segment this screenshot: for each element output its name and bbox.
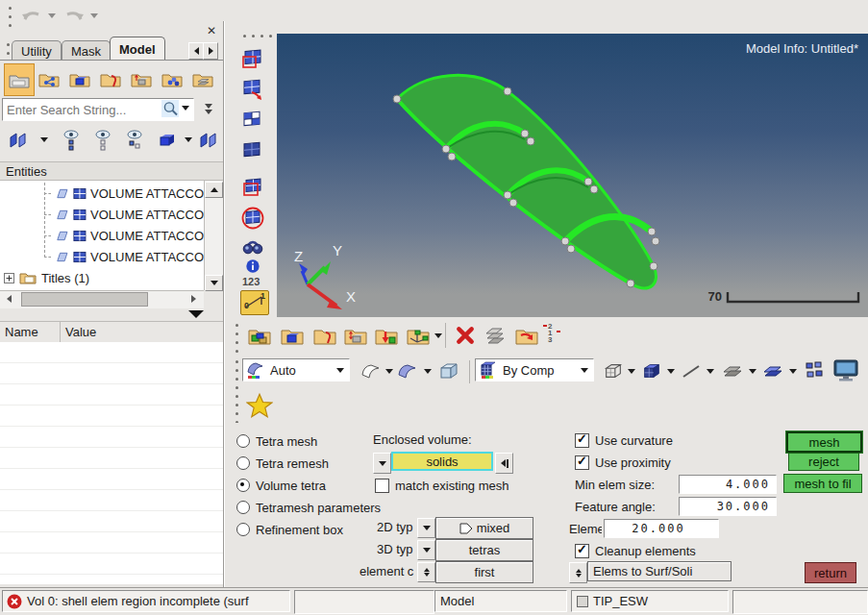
radio-refinement-box[interactable]: Refinement box [236,521,343,538]
delete-button[interactable] [452,321,479,350]
status-empty-field-2[interactable] [732,590,868,614]
unmask-all-button[interactable] [236,136,269,165]
collectors-button[interactable] [244,321,274,350]
scroll-down-button[interactable] [205,275,223,291]
radio-volume-tetra[interactable]: Volume tetra [236,477,326,494]
close-icon[interactable]: ✕ [204,24,219,37]
redo-button[interactable] [62,6,87,27]
renumber-icon[interactable]: 213 [548,323,556,343]
reverse-mask-button[interactable] [236,173,269,202]
reset-button[interactable] [495,453,513,474]
radio-icon[interactable] [236,434,250,448]
search-button[interactable] [161,100,179,117]
display-layers-button[interactable] [4,126,35,155]
open-model-button[interactable] [4,63,35,96]
3d-type-switch[interactable] [417,540,435,560]
wireframe-geometry-button[interactable] [358,358,384,383]
search-input[interactable] [5,100,162,119]
checkbox-icon[interactable] [575,433,589,448]
use-proximity-checkbox[interactable]: Use proximity [575,454,671,471]
reject-button[interactable]: reject [788,453,859,471]
min-elem-size-field[interactable]: 4.000 [679,475,777,494]
mesh-to-fill-button[interactable]: mesh to fil [783,474,862,493]
transparent-solid-button[interactable] [434,357,463,384]
view-mode-combo[interactable]: Auto [242,358,350,381]
2d-type-button[interactable]: mixed [435,517,533,539]
shaded-quad-button[interactable] [759,358,786,383]
scroll-right-button[interactable] [186,292,201,306]
checkbox-icon[interactable] [575,455,589,470]
wireframe-dropdown-icon[interactable] [385,369,393,374]
tree-row-volume-2[interactable]: VOLUME ATTACCO [44,204,204,225]
2d-type-switch[interactable] [417,518,435,538]
column-header-name[interactable]: Name [0,325,60,339]
tree-row-volume-1[interactable]: VOLUME ATTACCO [44,183,204,204]
normalize-button[interactable]: 0 1 [240,290,269,315]
return-button[interactable]: return [805,562,856,583]
transform-button[interactable] [127,63,156,94]
element-quality-button[interactable] [719,358,746,383]
redo-dropdown-icon[interactable] [90,13,98,18]
radio-icon[interactable] [236,456,250,470]
hscroll-thumb[interactable] [21,292,148,307]
mask-button[interactable] [236,44,269,73]
status-panel-field[interactable]: Model [434,590,567,612]
status-message-field[interactable]: Vol 0: shell elem region incomplete (sur… [2,590,290,612]
cleanup-elements-checkbox[interactable]: Cleanup elements [575,542,696,559]
axes-button[interactable] [403,321,433,350]
elems-to-spinner[interactable] [569,562,587,583]
undo-dropdown-icon[interactable] [48,13,56,18]
organize-move-button[interactable] [511,321,541,350]
feature-angle-field[interactable]: 30.000 [679,497,777,516]
tab-scroll-left-button[interactable] [188,42,204,60]
expand-search-button[interactable] [198,99,219,118]
radio-icon[interactable] [236,479,250,492]
component-button[interactable] [277,321,307,350]
solid-dropdown-icon[interactable] [185,137,192,142]
checkbox-icon[interactable] [375,479,389,493]
axes-dropdown-icon[interactable] [434,333,442,338]
radio-tetramesh-parameters[interactable]: Tetramesh parameters [236,499,381,516]
row1-grip[interactable] [233,321,241,356]
full-screen-button[interactable] [831,357,861,385]
tab-mask[interactable]: Mask [62,40,111,61]
shaded-dropdown-icon[interactable] [424,369,432,374]
toolbar-grip[interactable] [6,4,14,30]
show-hierarchy-button[interactable] [58,125,85,156]
tab-model[interactable]: Model [110,37,165,61]
color-mode-combo[interactable]: By Comp [475,358,594,381]
mesh-button[interactable]: mesh [786,431,862,453]
info-button[interactable] [242,258,263,275]
expand-plus-icon[interactable] [4,273,14,283]
graphics-viewport[interactable]: Model Info: Untitled* Z [277,34,868,317]
element-size-field[interactable]: 20.000 [604,519,719,538]
entity-switch-button[interactable] [373,453,391,474]
hide-hierarchy-button[interactable] [89,125,116,156]
tree-row-volume-4[interactable]: VOLUME ATTACCO [44,246,204,267]
search-options-icon[interactable] [182,106,189,111]
row2-grip[interactable] [233,357,241,392]
unmask-adjacent-button[interactable] [236,75,269,104]
mesh-spheres-button[interactable] [158,63,186,94]
stack-button[interactable] [188,63,217,94]
dropdown-icon[interactable] [749,369,756,374]
row3-grip[interactable] [233,392,241,427]
radio-icon[interactable] [236,501,250,514]
toggle-hierarchy-button[interactable] [121,125,148,156]
tab-scroll-right-button[interactable] [203,42,218,60]
radio-tetra-mesh[interactable]: Tetra mesh [236,432,317,450]
elems-to-button[interactable]: Elems to Surf/Soli [587,561,732,581]
loadsteps-button[interactable] [96,63,125,94]
vtoolbar-grip[interactable] [240,32,275,40]
status-empty-field-1[interactable] [294,590,434,614]
status-component-field[interactable]: TIP_ESW [571,590,729,612]
organize-button[interactable] [35,63,63,94]
load-export-button[interactable] [371,321,401,350]
line-style-button[interactable] [679,358,704,383]
numbers-icon[interactable]: 123 [242,276,271,288]
tree-row-titles[interactable]: Titles (1) [4,268,196,287]
combo-dropdown-icon[interactable] [581,368,588,373]
dropdown-icon[interactable] [628,369,635,374]
dropdown-icon[interactable] [667,369,675,374]
loadstep-button[interactable] [310,321,339,350]
